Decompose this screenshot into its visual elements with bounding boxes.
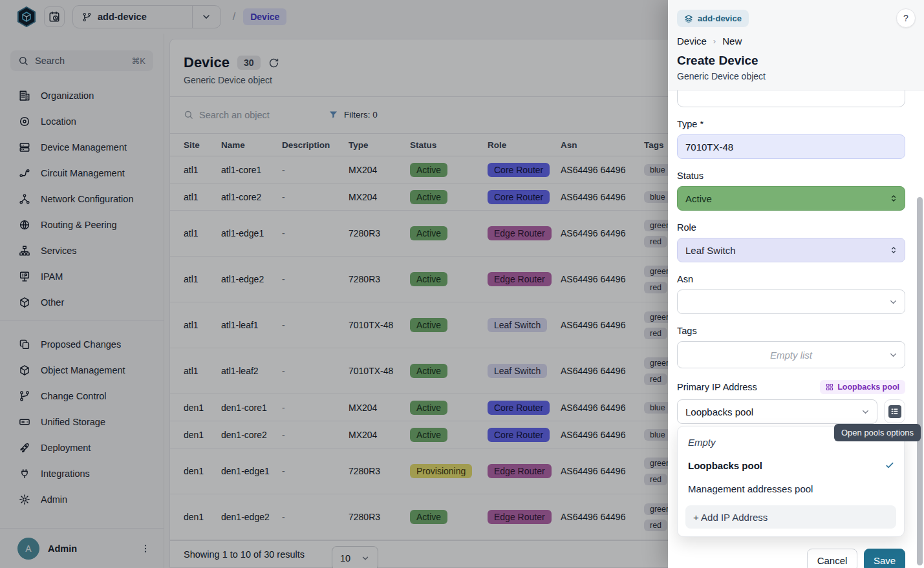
type-label: Type * bbox=[677, 119, 905, 129]
layers-icon bbox=[684, 14, 693, 23]
asn-select[interactable] bbox=[677, 289, 905, 314]
drawer-breadcrumb: Device › New bbox=[677, 36, 915, 47]
drawer-branch-badge[interactable]: add-device bbox=[677, 10, 749, 27]
status-label: Status bbox=[677, 171, 905, 181]
pool-badge: Loopbacks pool bbox=[820, 380, 905, 394]
tags-select[interactable]: Empty list bbox=[677, 341, 905, 368]
dropdown-option[interactable]: Management addresses pool bbox=[678, 477, 904, 500]
role-label: Role bbox=[677, 222, 905, 233]
role-select[interactable]: Leaf Switch bbox=[677, 238, 905, 262]
save-button[interactable]: Save bbox=[864, 549, 905, 568]
primary-ip-label: Primary IP Address bbox=[677, 382, 757, 392]
drawer-subtitle: Generic Device object bbox=[677, 71, 915, 81]
asn-label: Asn bbox=[677, 274, 905, 284]
create-device-drawer: add-device ? Device › New Create Device … bbox=[668, 0, 924, 568]
pools-options-tooltip: Open pools options bbox=[834, 424, 921, 441]
drawer-header: add-device ? Device › New Create Device … bbox=[668, 0, 924, 90]
primary-ip-select[interactable]: Loopbacks pool bbox=[677, 399, 877, 424]
add-ip-address-button[interactable]: + Add IP Address bbox=[685, 505, 896, 529]
open-pools-options-button[interactable] bbox=[884, 399, 905, 423]
breadcrumb-parent[interactable]: Device bbox=[677, 36, 707, 47]
create-device-form: Type * 7010TX-48 Status Active Role Leaf… bbox=[668, 90, 924, 568]
chevron-down-icon bbox=[888, 297, 898, 307]
type-input[interactable]: 7010TX-48 bbox=[677, 134, 905, 159]
drawer-branch-name: add-device bbox=[698, 14, 742, 23]
dropdown-option[interactable]: Loopbacks pool bbox=[678, 454, 904, 477]
primary-ip-value: Loopbacks pool bbox=[685, 406, 753, 417]
pool-badge-label: Loopbacks pool bbox=[837, 383, 899, 392]
breadcrumb-current: New bbox=[722, 36, 742, 47]
check-icon bbox=[885, 460, 895, 470]
breadcrumb-chevron: › bbox=[713, 36, 716, 46]
tags-label: Tags bbox=[677, 326, 905, 336]
dropdown-option-label: Loopbacks pool bbox=[688, 460, 762, 471]
cancel-button[interactable]: Cancel bbox=[807, 549, 857, 568]
grid-icon bbox=[826, 383, 833, 391]
chevron-down-icon bbox=[861, 407, 870, 417]
role-value: Leaf Switch bbox=[685, 245, 736, 256]
drawer-scrollbar[interactable] bbox=[917, 197, 923, 565]
primary-ip-dropdown: Empty Loopbacks poolManagement addresses… bbox=[677, 426, 905, 537]
drawer-title: Create Device bbox=[677, 54, 915, 68]
dropdown-option-label: Management addresses pool bbox=[688, 483, 813, 494]
status-select[interactable]: Active bbox=[677, 186, 905, 211]
help-button[interactable]: ? bbox=[896, 8, 916, 28]
chevron-down-icon bbox=[888, 350, 898, 360]
type-value: 7010TX-48 bbox=[685, 142, 733, 153]
description-field-partial[interactable] bbox=[677, 90, 905, 107]
status-value: Active bbox=[685, 193, 712, 204]
tags-placeholder: Empty list bbox=[770, 350, 812, 361]
chevron-updown-icon bbox=[889, 246, 898, 255]
list-details-icon bbox=[890, 407, 899, 415]
chevron-updown-icon bbox=[889, 194, 898, 203]
